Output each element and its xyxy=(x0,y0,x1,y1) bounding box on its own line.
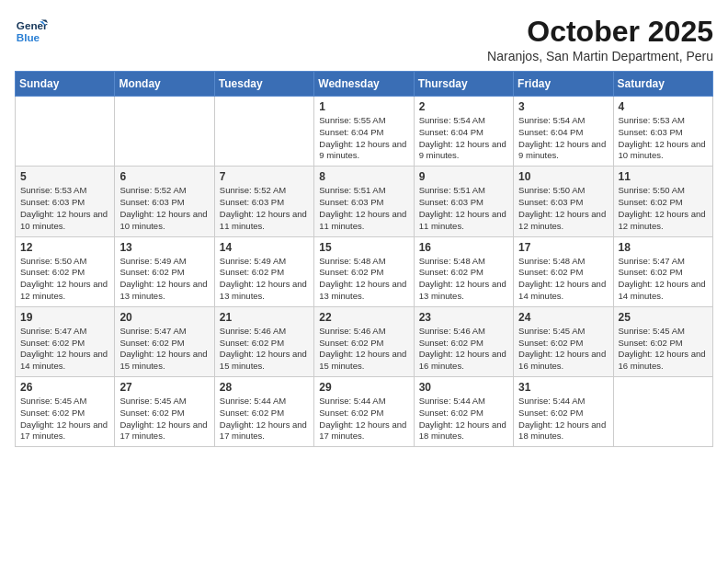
calendar-cell: 15Sunrise: 5:48 AM Sunset: 6:02 PM Dayli… xyxy=(314,236,414,306)
weekday-sunday: Sunday xyxy=(16,72,115,97)
cell-text: Sunrise: 5:46 AM Sunset: 6:02 PM Dayligh… xyxy=(220,326,309,373)
cell-text: Sunrise: 5:44 AM Sunset: 6:02 PM Dayligh… xyxy=(220,396,309,442)
day-number: 20 xyxy=(119,311,209,324)
day-number: 30 xyxy=(419,381,508,394)
calendar-cell xyxy=(613,377,712,447)
cell-text: Sunrise: 5:45 AM Sunset: 6:02 PM Dayligh… xyxy=(119,396,209,442)
calendar-table: SundayMondayTuesdayWednesdayThursdayFrid… xyxy=(15,71,713,447)
day-number: 19 xyxy=(20,311,109,324)
day-number: 29 xyxy=(319,381,408,394)
cell-text: Sunrise: 5:50 AM Sunset: 6:02 PM Dayligh… xyxy=(20,256,109,303)
calendar-cell: 3Sunrise: 5:54 AM Sunset: 6:04 PM Daylig… xyxy=(514,97,613,167)
cell-text: Sunrise: 5:47 AM Sunset: 6:02 PM Dayligh… xyxy=(20,326,109,373)
day-number: 21 xyxy=(220,311,309,324)
cell-text: Sunrise: 5:54 AM Sunset: 6:04 PM Dayligh… xyxy=(518,115,608,162)
day-number: 5 xyxy=(20,170,109,183)
day-number: 24 xyxy=(518,311,608,324)
day-number: 27 xyxy=(119,381,209,394)
logo: General Blue xyxy=(15,15,48,48)
calendar-cell: 25Sunrise: 5:45 AM Sunset: 6:02 PM Dayli… xyxy=(613,306,712,376)
calendar-cell: 22Sunrise: 5:46 AM Sunset: 6:02 PM Dayli… xyxy=(314,306,414,376)
calendar-cell: 31Sunrise: 5:44 AM Sunset: 6:02 PM Dayli… xyxy=(514,377,613,447)
day-number: 2 xyxy=(419,100,508,113)
calendar-cell: 8Sunrise: 5:51 AM Sunset: 6:03 PM Daylig… xyxy=(314,167,414,236)
day-number: 22 xyxy=(319,311,408,324)
day-number: 7 xyxy=(220,170,309,183)
day-number: 3 xyxy=(518,100,608,113)
calendar-cell: 16Sunrise: 5:48 AM Sunset: 6:02 PM Dayli… xyxy=(414,236,513,306)
week-row-4: 19Sunrise: 5:47 AM Sunset: 6:02 PM Dayli… xyxy=(16,306,713,376)
cell-text: Sunrise: 5:53 AM Sunset: 6:03 PM Dayligh… xyxy=(20,185,109,232)
week-row-1: 1Sunrise: 5:55 AM Sunset: 6:04 PM Daylig… xyxy=(16,97,713,167)
calendar-cell: 26Sunrise: 5:45 AM Sunset: 6:02 PM Dayli… xyxy=(16,377,115,447)
cell-text: Sunrise: 5:49 AM Sunset: 6:02 PM Dayligh… xyxy=(220,256,309,303)
title-block: October 2025 Naranjos, San Martin Depart… xyxy=(487,15,713,63)
cell-text: Sunrise: 5:47 AM Sunset: 6:02 PM Dayligh… xyxy=(119,326,209,373)
day-number: 12 xyxy=(20,241,109,254)
cell-text: Sunrise: 5:54 AM Sunset: 6:04 PM Dayligh… xyxy=(419,115,508,162)
day-number: 25 xyxy=(619,311,708,324)
week-row-5: 26Sunrise: 5:45 AM Sunset: 6:02 PM Dayli… xyxy=(16,377,713,447)
month-title: October 2025 xyxy=(487,15,713,49)
cell-text: Sunrise: 5:52 AM Sunset: 6:03 PM Dayligh… xyxy=(119,185,209,232)
cell-text: Sunrise: 5:45 AM Sunset: 6:02 PM Dayligh… xyxy=(518,326,608,373)
calendar-cell: 13Sunrise: 5:49 AM Sunset: 6:02 PM Dayli… xyxy=(115,236,214,306)
day-number: 31 xyxy=(518,381,608,394)
day-number: 17 xyxy=(518,241,608,254)
svg-text:General: General xyxy=(17,19,48,31)
day-number: 6 xyxy=(119,170,209,183)
day-number: 8 xyxy=(319,170,408,183)
cell-text: Sunrise: 5:50 AM Sunset: 6:03 PM Dayligh… xyxy=(518,185,608,232)
weekday-tuesday: Tuesday xyxy=(214,72,313,97)
cell-text: Sunrise: 5:53 AM Sunset: 6:03 PM Dayligh… xyxy=(619,115,708,162)
calendar-body: 1Sunrise: 5:55 AM Sunset: 6:04 PM Daylig… xyxy=(16,97,713,447)
calendar-cell: 17Sunrise: 5:48 AM Sunset: 6:02 PM Dayli… xyxy=(514,236,613,306)
day-number: 10 xyxy=(518,170,608,183)
week-row-3: 12Sunrise: 5:50 AM Sunset: 6:02 PM Dayli… xyxy=(16,236,713,306)
day-number: 18 xyxy=(619,241,708,254)
calendar-cell xyxy=(214,97,313,167)
cell-text: Sunrise: 5:52 AM Sunset: 6:03 PM Dayligh… xyxy=(220,185,309,232)
cell-text: Sunrise: 5:44 AM Sunset: 6:02 PM Dayligh… xyxy=(419,396,508,442)
day-number: 1 xyxy=(319,100,408,113)
calendar-cell: 2Sunrise: 5:54 AM Sunset: 6:04 PM Daylig… xyxy=(414,97,513,167)
day-number: 14 xyxy=(220,241,309,254)
calendar-cell: 18Sunrise: 5:47 AM Sunset: 6:02 PM Dayli… xyxy=(613,236,712,306)
weekday-wednesday: Wednesday xyxy=(314,72,414,97)
calendar-cell: 29Sunrise: 5:44 AM Sunset: 6:02 PM Dayli… xyxy=(314,377,414,447)
cell-text: Sunrise: 5:51 AM Sunset: 6:03 PM Dayligh… xyxy=(319,185,408,232)
calendar-cell: 4Sunrise: 5:53 AM Sunset: 6:03 PM Daylig… xyxy=(613,97,712,167)
calendar-cell: 7Sunrise: 5:52 AM Sunset: 6:03 PM Daylig… xyxy=(214,167,313,236)
logo-icon: General Blue xyxy=(15,15,48,48)
week-row-2: 5Sunrise: 5:53 AM Sunset: 6:03 PM Daylig… xyxy=(16,167,713,236)
calendar-cell: 1Sunrise: 5:55 AM Sunset: 6:04 PM Daylig… xyxy=(314,97,414,167)
calendar-cell: 20Sunrise: 5:47 AM Sunset: 6:02 PM Dayli… xyxy=(115,306,214,376)
cell-text: Sunrise: 5:46 AM Sunset: 6:02 PM Dayligh… xyxy=(319,326,408,373)
day-number: 13 xyxy=(119,241,209,254)
calendar-cell: 9Sunrise: 5:51 AM Sunset: 6:03 PM Daylig… xyxy=(414,167,513,236)
cell-text: Sunrise: 5:55 AM Sunset: 6:04 PM Dayligh… xyxy=(319,115,408,162)
calendar-cell: 11Sunrise: 5:50 AM Sunset: 6:02 PM Dayli… xyxy=(613,167,712,236)
calendar-cell: 21Sunrise: 5:46 AM Sunset: 6:02 PM Dayli… xyxy=(214,306,313,376)
calendar-cell: 5Sunrise: 5:53 AM Sunset: 6:03 PM Daylig… xyxy=(16,167,115,236)
day-number: 23 xyxy=(419,311,508,324)
calendar-cell: 30Sunrise: 5:44 AM Sunset: 6:02 PM Dayli… xyxy=(414,377,513,447)
calendar-cell: 6Sunrise: 5:52 AM Sunset: 6:03 PM Daylig… xyxy=(115,167,214,236)
cell-text: Sunrise: 5:48 AM Sunset: 6:02 PM Dayligh… xyxy=(319,256,408,303)
day-number: 28 xyxy=(220,381,309,394)
weekday-thursday: Thursday xyxy=(414,72,513,97)
svg-text:Blue: Blue xyxy=(17,31,40,43)
calendar-cell xyxy=(16,97,115,167)
calendar-cell: 12Sunrise: 5:50 AM Sunset: 6:02 PM Dayli… xyxy=(16,236,115,306)
day-number: 15 xyxy=(319,241,408,254)
weekday-saturday: Saturday xyxy=(613,72,712,97)
calendar-cell: 14Sunrise: 5:49 AM Sunset: 6:02 PM Dayli… xyxy=(214,236,313,306)
calendar-cell: 23Sunrise: 5:46 AM Sunset: 6:02 PM Dayli… xyxy=(414,306,513,376)
day-number: 11 xyxy=(619,170,708,183)
weekday-friday: Friday xyxy=(514,72,613,97)
day-number: 16 xyxy=(419,241,508,254)
cell-text: Sunrise: 5:45 AM Sunset: 6:02 PM Dayligh… xyxy=(20,396,109,442)
cell-text: Sunrise: 5:50 AM Sunset: 6:02 PM Dayligh… xyxy=(619,185,708,232)
calendar-cell xyxy=(115,97,214,167)
calendar-cell: 27Sunrise: 5:45 AM Sunset: 6:02 PM Dayli… xyxy=(115,377,214,447)
